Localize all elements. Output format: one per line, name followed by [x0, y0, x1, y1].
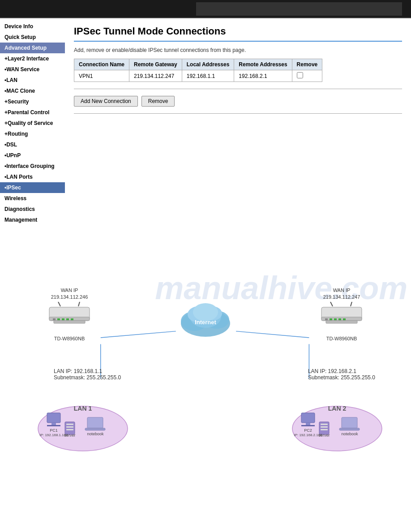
svg-rect-41: [85, 428, 105, 430]
svg-rect-38: [66, 426, 73, 428]
main-layout: Device InfoQuick SetupAdvanced Setup+Lay…: [0, 19, 411, 243]
sidebar-item-quick-setup[interactable]: Quick Setup: [0, 32, 65, 43]
cell-connection-name: VPN1: [74, 70, 129, 82]
svg-line-23: [351, 302, 352, 306]
content-area: IPSec Tunnel Mode Connections Add, remov…: [65, 19, 411, 243]
table-row: VPN1219.134.112.247192.168.1.1192.168.2.…: [74, 70, 322, 82]
sidebar-item-device-info[interactable]: Device Info: [0, 21, 65, 32]
svg-rect-37: [66, 424, 73, 425]
lan-left-subnet: Subnetmask: 255.255.255.0: [54, 374, 121, 381]
diagram-section: manualhive.com WAN IP 219.134.112.246: [0, 243, 411, 476]
svg-line-22: [330, 302, 333, 306]
svg-text:LAN 2: LAN 2: [328, 405, 347, 412]
cell-remote-gateway: 219.134.112.247: [129, 70, 182, 82]
lan2-svg: LAN 2 PC2 IP: 192.168.2.100 server noteb…: [290, 395, 384, 453]
button-row: Add New Connection Remove: [74, 96, 402, 107]
sidebar-item-lan[interactable]: •LAN: [0, 75, 65, 86]
page-description: Add, remove or enable/disable IPSec tunn…: [74, 47, 402, 53]
svg-rect-54: [321, 429, 328, 430]
remove-checkbox[interactable]: [297, 72, 303, 78]
router-right-wan-label: WAN IP: [317, 287, 366, 293]
svg-line-1: [236, 331, 309, 338]
svg-text:PC2: PC2: [304, 428, 312, 433]
sidebar-item-advanced-setup[interactable]: Advanced Setup: [0, 43, 65, 53]
svg-rect-40: [87, 417, 103, 428]
page-title: IPSec Tunnel Mode Connections: [74, 26, 402, 37]
table-bottom-separator: [74, 89, 402, 89]
sidebar-item-quality-of-service[interactable]: +Quality of Service: [0, 118, 65, 129]
sidebar-item-wireless[interactable]: Wireless: [0, 193, 65, 204]
lan-info-right: LAN IP: 192.168.2.1 Subnetmask: 255.255.…: [308, 368, 375, 381]
svg-rect-27: [330, 318, 332, 320]
svg-rect-50: [301, 425, 315, 426]
svg-rect-55: [342, 417, 357, 428]
cell-local-addresses: 192.168.1.1: [182, 70, 234, 82]
svg-rect-48: [301, 413, 315, 423]
svg-text:notebook: notebook: [341, 432, 358, 436]
sidebar-item-upnp[interactable]: •UPnP: [0, 150, 65, 161]
connections-table: Connection Name Remote Gateway Local Add…: [74, 59, 322, 82]
cell-remove[interactable]: [292, 70, 322, 82]
lan-info-left: LAN IP: 192.168.1.1 Subnetmask: 255.255.…: [54, 368, 121, 381]
sidebar-item-wan-service[interactable]: •WAN Service: [0, 64, 65, 75]
sidebar-item-security[interactable]: +Security: [0, 96, 65, 107]
svg-point-20: [193, 303, 218, 321]
sidebar-item-mac-clone[interactable]: •MAC Clone: [0, 86, 65, 96]
svg-rect-10: [62, 318, 64, 320]
svg-rect-35: [47, 425, 60, 426]
sidebar-item-management[interactable]: Management: [0, 215, 65, 225]
title-separator: [74, 41, 402, 42]
sidebar-item-interface-grouping[interactable]: •Interface Grouping: [0, 161, 65, 172]
router-left: WAN IP 219.134.112.246 TD-W8960N: [45, 287, 94, 341]
svg-rect-52: [321, 424, 328, 425]
sidebar-item-parental-control[interactable]: +Parental Control: [0, 107, 65, 118]
col-remote-addresses: Remote Addresses: [234, 59, 292, 70]
svg-rect-33: [47, 413, 60, 423]
col-remove: Remove: [292, 59, 322, 70]
col-local-addresses: Local Addresses: [182, 59, 234, 70]
svg-text:server: server: [318, 433, 330, 438]
svg-rect-13: [54, 321, 85, 323]
sidebar-item-lan-ports[interactable]: •LAN Ports: [0, 172, 65, 182]
svg-rect-29: [338, 318, 341, 320]
svg-rect-9: [57, 318, 60, 320]
router-left-model: TD-W8960NB: [45, 336, 94, 341]
lan-ellipse-right: LAN 2 PC2 IP: 192.168.2.100 server noteb…: [290, 395, 384, 455]
add-new-connection-button[interactable]: Add New Connection: [74, 96, 138, 107]
router-left-svg: [45, 302, 94, 333]
svg-line-5: [78, 302, 80, 306]
cell-remote-addresses: 192.168.2.1: [234, 70, 292, 82]
svg-line-4: [58, 302, 60, 306]
svg-rect-53: [321, 426, 328, 428]
sidebar-item-dsl[interactable]: •DSL: [0, 139, 65, 150]
sidebar-item-layer2-interface[interactable]: +Layer2 Interface: [0, 53, 65, 64]
svg-rect-49: [306, 423, 310, 425]
sidebar-item-ipsec[interactable]: •IPSec: [0, 182, 65, 193]
router-left-wan-ip: 219.134.112.246: [45, 294, 94, 300]
svg-text:server: server: [64, 433, 75, 438]
router-right-svg: [317, 302, 366, 333]
svg-rect-31: [326, 321, 357, 323]
sidebar-item-diagnostics[interactable]: Diagnostics: [0, 204, 65, 215]
sidebar-item-routing[interactable]: +Routing: [0, 129, 65, 139]
lan-right-ip: LAN IP: 192.168.2.1: [308, 368, 375, 374]
router-left-wan-label: WAN IP: [45, 287, 94, 293]
lan-right-subnet: Subnetmask: 255.255.255.0: [308, 374, 375, 381]
svg-text:Internet: Internet: [195, 319, 216, 326]
svg-text:PC1: PC1: [50, 428, 58, 433]
svg-rect-28: [334, 318, 337, 320]
router-right: WAN IP 219.134.112.247 TD-W8960NB: [317, 287, 366, 341]
remove-button[interactable]: Remove: [141, 96, 175, 107]
svg-rect-11: [66, 318, 69, 320]
svg-rect-12: [71, 318, 73, 320]
sidebar: Device InfoQuick SetupAdvanced Setup+Lay…: [0, 19, 65, 243]
col-connection-name: Connection Name: [74, 59, 129, 70]
svg-rect-39: [66, 429, 73, 430]
svg-rect-56: [339, 428, 360, 430]
lan1-svg: LAN 1 PC1 IP: 192.168.1.100 server noteb…: [36, 395, 130, 453]
svg-rect-30: [343, 318, 346, 320]
diagram-container: WAN IP 219.134.112.246 TD-W8960N: [18, 252, 393, 467]
header-bar: [0, 0, 411, 18]
svg-rect-34: [51, 423, 56, 425]
internet-cloud: Internet: [174, 296, 237, 343]
